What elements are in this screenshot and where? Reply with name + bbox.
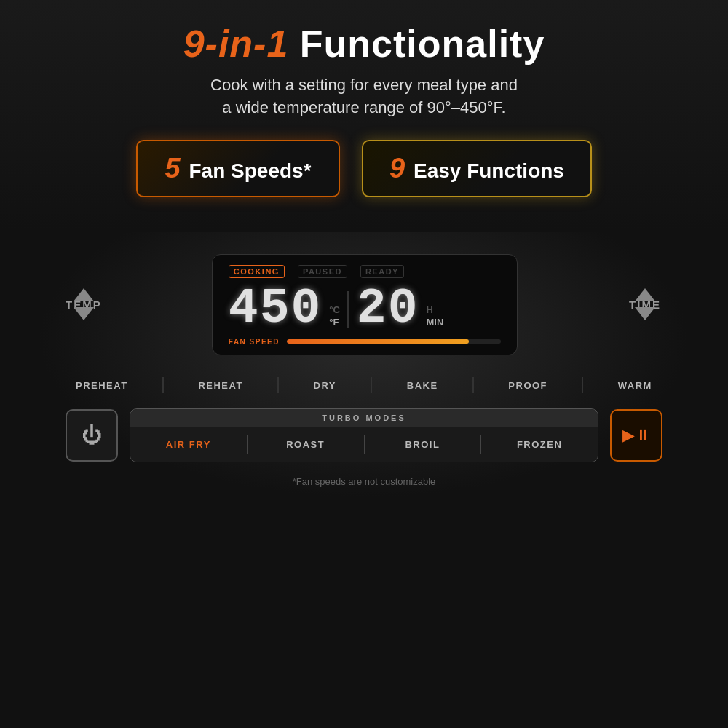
time-down-button[interactable] (628, 317, 662, 337)
footnote: *Fan speeds are not customizable (36, 476, 692, 487)
lcd-divider (347, 291, 349, 328)
temp-control: TEMP (66, 272, 102, 337)
unit-hours: H (426, 304, 432, 315)
title-suffix: Functionality (300, 23, 545, 65)
fan-speeds-number: 5 (165, 153, 181, 183)
func-divider-3 (371, 377, 373, 393)
unit-minutes: MIN (426, 317, 443, 328)
fan-speed-fill (287, 339, 469, 344)
subtitle-line2: a wide temperature range of 90°–450°F. (222, 98, 505, 116)
roast-button[interactable]: ROAST (248, 427, 364, 462)
preheat-button[interactable]: PREHEAT (73, 376, 131, 395)
func-divider-4 (472, 377, 474, 393)
controls-row: TEMP COOKING PAUSED READY 450 °C °F 20 (66, 254, 662, 355)
unit-celsius: °C (329, 304, 340, 315)
broil-button[interactable]: BROIL (365, 427, 481, 462)
turbo-buttons: AIR FRY ROAST BROIL FROZEN (130, 427, 598, 462)
main-title: 9-in-1 Functionality (15, 22, 713, 66)
power-icon: ⏻ (82, 423, 102, 447)
func-divider-5 (582, 377, 584, 393)
lcd-display: COOKING PAUSED READY 450 °C °F 20 H MIN … (212, 254, 518, 355)
easy-functions-number: 9 (389, 153, 405, 183)
frozen-button[interactable]: FROZEN (481, 427, 598, 462)
func-divider-1 (162, 377, 164, 393)
function-buttons: PREHEAT REHEAT DRY BAKE PROOF WARM (66, 376, 662, 395)
temp-down-button[interactable] (66, 317, 101, 337)
lcd-temperature: 450 (229, 284, 322, 333)
air-fry-button[interactable]: AIR FRY (130, 427, 247, 462)
lcd-time-unit: H MIN (426, 304, 443, 328)
subtitle-line1: Cook with a setting for every meal type … (210, 76, 518, 94)
easy-functions-label: Easy Functions (414, 159, 564, 182)
bake-button[interactable]: BAKE (404, 376, 441, 395)
temp-down-arrow-icon (74, 320, 94, 333)
features-row: 5 Fan Speeds* 9 Easy Functions (15, 140, 713, 197)
top-section: 9-in-1 Functionality Cook with a setting… (0, 0, 728, 232)
temp-up-arrow-icon (74, 276, 94, 289)
play-pause-icon: ▶⏸ (622, 426, 651, 445)
fan-speed-row: FAN SPEED (229, 338, 501, 346)
status-ready: READY (360, 265, 404, 278)
reheat-button[interactable]: REHEAT (195, 376, 245, 395)
lcd-temp-unit: °C °F (329, 304, 340, 328)
lcd-status-row: COOKING PAUSED READY (229, 265, 501, 278)
fan-speeds-asterisk: * (304, 159, 312, 182)
easy-functions-badge: 9 Easy Functions (362, 140, 592, 197)
power-button[interactable]: ⏻ (66, 409, 118, 462)
turbo-section: ⏻ TURBO MODES AIR FRY ROAST BROIL FROZEN… (66, 408, 662, 462)
fan-speeds-label: Fan Speeds (189, 159, 303, 182)
unit-fahrenheit: °F (329, 317, 339, 328)
temp-up-button[interactable] (66, 272, 101, 293)
lcd-time: 20 (357, 284, 419, 333)
proof-button[interactable]: PROOF (505, 376, 550, 395)
title-highlight: 9-in-1 (183, 23, 289, 65)
turbo-panel: TURBO MODES AIR FRY ROAST BROIL FROZEN (130, 408, 598, 462)
play-pause-button[interactable]: ▶⏸ (610, 409, 662, 462)
time-up-arrow-icon (635, 276, 655, 289)
fan-speeds-badge: 5 Fan Speeds* (136, 140, 340, 197)
subtitle: Cook with a setting for every meal type … (15, 74, 713, 119)
dry-button[interactable]: DRY (311, 376, 339, 395)
status-cooking: COOKING (229, 265, 285, 278)
time-control: TIME (628, 272, 662, 337)
lcd-numbers-row: 450 °C °F 20 H MIN (229, 284, 501, 333)
status-paused: PAUSED (298, 265, 347, 278)
fan-speed-bar (287, 339, 501, 344)
warm-button[interactable]: WARM (615, 376, 655, 395)
appliance-panel: TEMP COOKING PAUSED READY 450 °C °F 20 (36, 232, 692, 499)
fan-speed-label: FAN SPEED (229, 338, 280, 346)
time-down-arrow-icon (635, 320, 655, 333)
turbo-modes-label: TURBO MODES (130, 409, 598, 427)
time-up-button[interactable] (628, 272, 662, 293)
func-divider-2 (277, 377, 279, 393)
